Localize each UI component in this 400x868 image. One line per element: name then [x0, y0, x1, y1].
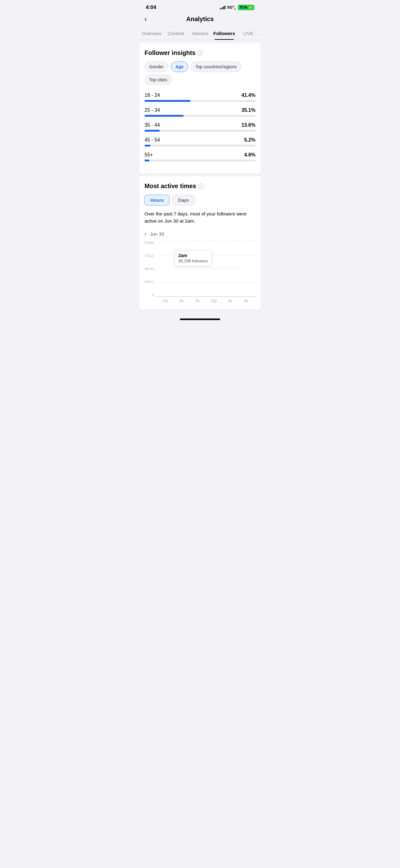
age-pct-55plus: 4.6% — [244, 152, 256, 158]
age-label-55plus: 55+ — [144, 152, 153, 158]
most-active-times-card: Most active times i Hours Days Over the … — [139, 176, 261, 309]
x-label-12p: 12p — [206, 299, 222, 303]
y-label-24371: 24371 — [144, 280, 154, 284]
y-label-48742: 48742 — [144, 267, 154, 271]
filter-countries[interactable]: Top countries/regions — [191, 61, 241, 72]
y-label-0: 0 — [152, 293, 154, 297]
network-text: 5GUC — [227, 5, 236, 10]
active-description: Over the past 7 days, most of your follo… — [144, 211, 256, 224]
x-label-8a: 8a — [190, 299, 206, 303]
chart-area: 97484 73113 48742 24371 0 — [144, 241, 256, 303]
tooltip-value: 85,298 followers — [178, 258, 208, 263]
bar-fill-18-24 — [144, 100, 190, 102]
age-row-55plus: 55+ 4.6% — [144, 152, 256, 161]
bar-track-25-34 — [144, 115, 256, 117]
status-time: 4:04 — [146, 4, 156, 10]
age-pct-25-34: 35.1% — [241, 107, 256, 113]
y-label-97484: 97484 — [144, 241, 154, 245]
bar-track-18-24 — [144, 100, 256, 102]
filter-days[interactable]: Days — [172, 195, 194, 206]
nav-tabs: Overview Content Viewers Followers LIVE — [139, 26, 261, 40]
x-axis-labels: 12a 4a 8a 12p 4p 8p — [156, 299, 256, 303]
follower-insights-card: Follower insights i Gender Age Top count… — [139, 43, 261, 173]
tab-content[interactable]: Content — [164, 28, 188, 40]
home-bar — [180, 318, 220, 320]
bars-inner — [156, 241, 256, 297]
tab-live[interactable]: LIVE — [236, 28, 261, 40]
age-row-18-24: 18 - 24 41.4% — [144, 93, 256, 102]
x-label-12a: 12a — [157, 299, 173, 303]
bar-track-55plus — [144, 160, 256, 161]
age-pct-35-44: 13.6% — [241, 122, 256, 128]
chart-date: Jun 30 — [150, 231, 164, 237]
age-pct-45-54: 5.2% — [244, 137, 256, 143]
battery-icon: ⚡ — [248, 5, 253, 10]
x-label-4a: 4a — [173, 299, 190, 303]
time-filter-buttons: Hours Days — [144, 195, 256, 206]
bar-fill-25-34 — [144, 115, 184, 117]
bar-fill-35-44 — [144, 130, 160, 132]
active-times-info-icon[interactable]: i — [198, 183, 204, 189]
tab-viewers[interactable]: Viewers — [188, 28, 212, 40]
chart-nav: ‹ Jun 30 — [144, 231, 256, 237]
page-title: Analytics — [186, 16, 214, 23]
age-row-25-34: 25 - 34 35.1% — [144, 107, 256, 117]
battery-indicator: 75% ⚡ — [238, 5, 254, 10]
bar-track-45-54 — [144, 145, 256, 147]
status-bar: 4:04 5GUC 75% ⚡ — [139, 0, 261, 13]
filter-buttons: Gender Age Top countries/regions Top cit… — [144, 61, 256, 85]
back-button[interactable]: ‹ — [144, 15, 147, 23]
tooltip-time: 2am — [178, 253, 208, 258]
filter-cities[interactable]: Top cities — [144, 74, 172, 85]
age-label-25-34: 25 - 34 — [144, 107, 160, 113]
age-label-45-54: 45 - 54 — [144, 137, 160, 143]
chart-prev-arrow[interactable]: ‹ — [144, 231, 146, 237]
home-indicator — [139, 312, 261, 323]
filter-gender[interactable]: Gender — [144, 61, 168, 72]
y-label-73113: 73113 — [144, 254, 154, 258]
battery-percent: 75 — [239, 5, 243, 10]
signal-icon — [220, 6, 226, 9]
most-active-times-title: Most active times i — [144, 183, 256, 190]
bar-fill-55plus — [144, 160, 149, 161]
age-pct-18-24: 41.4% — [241, 93, 256, 98]
bar-fill-45-54 — [144, 145, 151, 147]
filter-hours[interactable]: Hours — [144, 195, 170, 206]
chart-bars-container: 2am 85,298 followers 12a 4a 8a 12p 4p 8p — [156, 241, 256, 303]
age-label-35-44: 35 - 44 — [144, 122, 160, 128]
x-label-8p: 8p — [238, 299, 254, 303]
x-label-4p: 4p — [222, 299, 238, 303]
y-axis-labels: 97484 73113 48742 24371 0 — [144, 241, 156, 297]
age-bars: 18 - 24 41.4% 25 - 34 35.1% 35 - 44 — [144, 93, 256, 161]
info-icon[interactable]: i — [197, 50, 203, 56]
filter-age[interactable]: Age — [171, 61, 188, 72]
header: ‹ Analytics — [139, 13, 261, 26]
tab-followers[interactable]: Followers — [212, 28, 236, 40]
age-row-45-54: 45 - 54 5.2% — [144, 137, 256, 147]
main-content: Follower insights i Gender Age Top count… — [139, 43, 261, 309]
age-label-18-24: 18 - 24 — [144, 93, 160, 98]
status-icons: 5GUC 75% ⚡ — [220, 5, 254, 10]
follower-insights-title: Follower insights i — [144, 49, 256, 57]
bars-wrapper: 2am 85,298 followers — [156, 241, 256, 297]
age-row-35-44: 35 - 44 13.6% — [144, 122, 256, 132]
tooltip-box: 2am 85,298 followers — [174, 250, 212, 266]
tab-overview[interactable]: Overview — [139, 28, 164, 40]
bar-track-35-44 — [144, 130, 256, 132]
